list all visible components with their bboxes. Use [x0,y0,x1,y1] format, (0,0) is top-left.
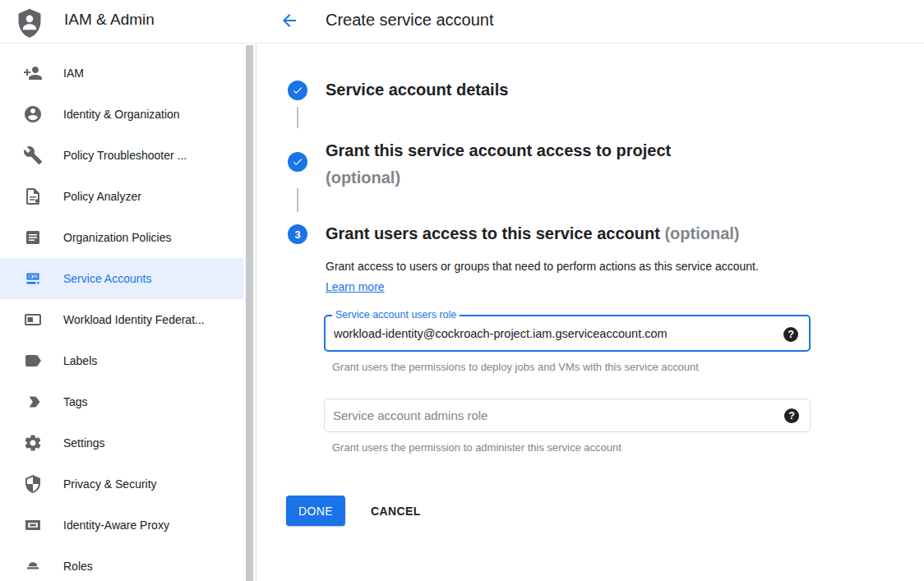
cancel-button[interactable]: CANCEL [363,496,429,526]
sidebar-nav: IAM Identity & Organization Policy Troub… [0,44,256,581]
step3-optional-text: (optional) [664,224,739,242]
proxy-icon [23,515,43,535]
hat-icon [23,556,43,576]
sidebar-item-label: Policy Troubleshooter ... [63,149,187,162]
step1-check-icon[interactable] [288,81,307,100]
sidebar-item-label: Service Accounts [63,272,151,285]
account-circle-icon [23,104,43,124]
sidebar-item-label: Privacy & Security [63,477,157,491]
admins-role-input[interactable] [325,399,752,431]
product-title: IAM & Admin [64,11,155,29]
sidebar-item-label: Roles [63,560,93,573]
help-icon[interactable]: ? [784,408,799,423]
sidebar-item-label: Labels [63,354,97,367]
person-add-icon [23,63,43,83]
step2-optional-text: (optional) [326,164,671,191]
sidebar-item-label: Identity-Aware Proxy [63,519,169,532]
sidebar-scrollbar[interactable] [246,45,253,581]
sidebar-item-label: Policy Analyzer [63,190,141,203]
sidebar-item-service-accounts[interactable]: Service Accounts [0,258,243,299]
stepper-connector [297,107,298,128]
step2-check-icon[interactable] [288,152,307,172]
step3-title-text: Grant users access to this service accou… [326,224,660,242]
step1-title[interactable]: Service account details [326,81,508,99]
sidebar-item-privacy-security[interactable]: Privacy & Security [0,463,243,505]
tag-icon [23,392,43,412]
label-icon [23,351,43,371]
sidebar-item-tags[interactable]: Tags [0,381,243,422]
org-policies-icon [23,228,43,247]
stepper-connector [297,188,298,212]
help-icon[interactable]: ? [783,327,798,342]
top-header: IAM & Admin Create service account [0,0,924,44]
iam-admin-page: IAM & Admin Create service account IAM I… [0,0,924,581]
step3-description: Grant access to users or groups that nee… [326,256,790,297]
sidebar-item-iam[interactable]: IAM [0,53,243,94]
sidebar-item-organization-policies[interactable]: Organization Policies [0,217,243,258]
sidebar-item-labels[interactable]: Labels [0,340,243,381]
sidebar-item-label: Identity & Organization [63,108,180,121]
service-account-admins-role-field[interactable]: ? [324,399,811,432]
sidebar-item-label: IAM [63,67,84,80]
workload-identity-icon [23,310,43,330]
sidebar-item-policy-troubleshooter[interactable]: Policy Troubleshooter ... [0,135,243,176]
description-text: Grant access to users or groups that nee… [326,260,759,273]
step2-title[interactable]: Grant this service account access to pro… [326,137,671,191]
step3-number-badge: 3 [288,224,307,244]
step2-title-text: Grant this service account access to pro… [326,137,671,164]
service-account-icon [23,269,43,288]
gear-icon [23,433,43,453]
sidebar-item-label: Tags [63,395,88,408]
sidebar-item-identity-organization[interactable]: Identity & Organization [0,94,243,135]
users-role-label: Service account users role [332,309,460,320]
wrench-icon [23,145,43,165]
sidebar-item-settings[interactable]: Settings [0,422,243,463]
back-arrow-icon[interactable] [279,11,300,32]
step3-title: Grant users access to this service accou… [326,224,740,243]
sidebar-item-policy-analyzer[interactable]: Policy Analyzer [0,176,243,217]
policy-analyzer-icon [23,187,43,206]
done-button[interactable]: DONE [286,496,345,526]
sidebar-item-label: Settings [63,436,105,450]
page-title: Create service account [326,11,494,30]
admins-role-helper-text: Grant users the permission to administer… [332,441,621,454]
users-role-helper-text: Grant users the permissions to deploy jo… [332,361,699,373]
step3-number: 3 [294,228,300,241]
users-role-input[interactable] [326,316,753,350]
sidebar-item-label: Organization Policies [63,231,172,244]
service-account-users-role-field[interactable]: Service account users role ? [324,315,811,352]
iam-shield-logo-icon [14,7,45,38]
sidebar-item-label: Workload Identity Federat... [63,313,205,326]
sidebar-item-identity-aware-proxy[interactable]: Identity-Aware Proxy [0,505,243,546]
learn-more-link[interactable]: Learn more [326,280,385,293]
sidebar-item-roles[interactable]: Roles [0,546,243,581]
shield-icon [23,474,43,494]
sidebar-item-workload-identity-federation[interactable]: Workload Identity Federat... [0,299,243,340]
